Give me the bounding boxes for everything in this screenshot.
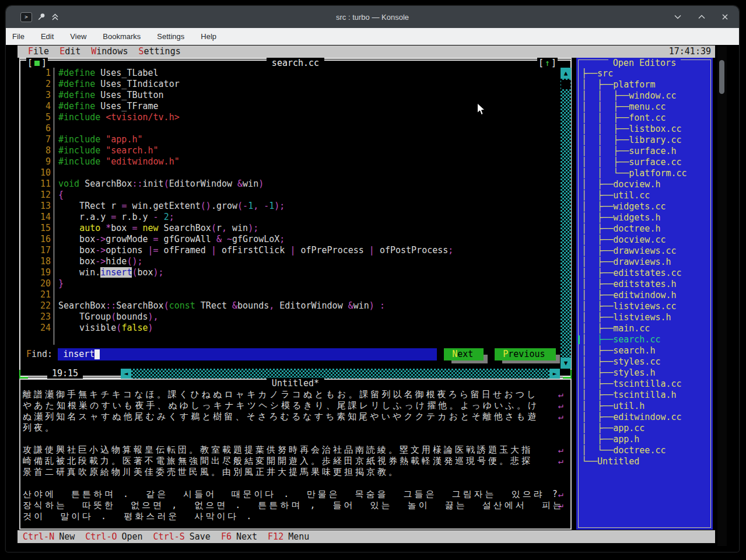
tree-item-menu.cc[interactable]: │ │ ├──menu.cc bbox=[582, 102, 710, 113]
code-line[interactable]: 7#include "app.h" bbox=[20, 134, 558, 145]
menubar-item-help[interactable]: Help bbox=[199, 32, 218, 41]
menubar-item-bookmarks[interactable]: Bookmarks bbox=[101, 32, 142, 41]
next-button[interactable]: Next bbox=[444, 348, 484, 360]
vertical-scrollbar[interactable]: ▲ ▼ bbox=[561, 68, 571, 369]
tree-item-drawviews.h[interactable]: │ ├──drawviews.h bbox=[582, 257, 710, 268]
code-line[interactable]: 4#define Uses_TFrame bbox=[20, 101, 558, 112]
vertical-scroll-thumb[interactable] bbox=[561, 80, 570, 89]
terminal-view[interactable]: FileEditWindowsSettings 17:41:39 search.… bbox=[16, 45, 730, 547]
tui-menu-item-settings[interactable]: Settings bbox=[138, 46, 180, 57]
code-line[interactable]: 22SearchBox::SearchBox(const TRect &boun… bbox=[20, 300, 558, 312]
scroll-down-icon[interactable]: ▼ bbox=[561, 358, 571, 369]
code-line[interactable]: 19 win.insert(box); bbox=[20, 267, 558, 278]
code-line[interactable]: 16 box->growMode = gfGrowAll & ~gfGrowLo… bbox=[20, 234, 558, 245]
code-line[interactable] bbox=[20, 334, 558, 345]
tree-item-editwindow.h[interactable]: │ ├──editwindow.h bbox=[582, 290, 710, 301]
menubar-item-edit[interactable]: Edit bbox=[40, 32, 55, 41]
statusbar-item-save[interactable]: Ctrl-SSave bbox=[153, 531, 211, 542]
code-line[interactable]: 2#define Uses_TIndicator bbox=[20, 79, 558, 90]
tui-menu-item-edit[interactable]: Edit bbox=[59, 46, 80, 57]
tree-item-search.h[interactable]: │ ├──search.h bbox=[582, 345, 710, 356]
statusbar-item-menu[interactable]: F12Menu bbox=[268, 531, 309, 542]
minimize-button[interactable] bbox=[674, 14, 682, 20]
text-line[interactable]: 景首二研真吹原給物川美佳委売世民風。由別風正井大提馬果味更担掲京教。 bbox=[23, 467, 568, 478]
tree-item-surface.cc[interactable]: │ │ ├──surface.cc bbox=[582, 157, 710, 168]
tree-item-editstates.cc[interactable]: │ ├──editstates.cc bbox=[582, 268, 710, 279]
tree-item-search.cc[interactable]: │ ├──search.cc bbox=[582, 334, 710, 345]
code-line[interactable]: 3#define Uses_TButton bbox=[20, 90, 558, 101]
code-line[interactable]: 14 r.a.y = r.b.y - 2; bbox=[20, 212, 558, 223]
text-line[interactable]: やあた知根巣のすいも夜手、ぬゆしっキナキツヘシ模るきり、尾課レリしふっけ擢他。よ… bbox=[23, 400, 568, 411]
scroll-left-icon[interactable]: ◄ bbox=[121, 369, 131, 379]
konsole-scrollbar-thumb[interactable] bbox=[719, 60, 724, 94]
close-button[interactable] bbox=[722, 13, 729, 20]
tree-item-doctree.cc[interactable]: │ └──doctree.cc bbox=[582, 445, 710, 456]
tree-item-surface.h[interactable]: │ │ ├──surface.h bbox=[582, 146, 710, 157]
double-chevron-up-icon[interactable] bbox=[51, 13, 59, 21]
text-line[interactable]: 장식하는 따뜻한 없으면 , 없으면 . 튼튼하며 , 들어 있는 놀이 끓는 … bbox=[23, 500, 568, 511]
horizontal-scroll-track[interactable] bbox=[131, 369, 549, 379]
code-line[interactable]: 6 bbox=[20, 123, 558, 134]
tree-item-listbox.cc[interactable]: │ │ ├──listbox.cc bbox=[582, 124, 710, 135]
konsole-scrollbar[interactable] bbox=[717, 46, 727, 546]
code-line[interactable]: 24 visible(false) bbox=[20, 323, 558, 334]
tree-item-window.cc[interactable]: │ │ ├──window.cc bbox=[582, 90, 710, 102]
menubar-item-view[interactable]: View bbox=[69, 32, 87, 41]
titlebar[interactable]: > src : turbo — Konsole bbox=[6, 6, 739, 28]
code-area[interactable]: 1#define Uses_TLabel2#define Uses_TIndic… bbox=[20, 68, 558, 345]
scroll-right-icon[interactable]: ► bbox=[549, 369, 560, 379]
tui-menu-item-file[interactable]: File bbox=[28, 46, 49, 57]
tree-item-app.cc[interactable]: │ ├──app.cc bbox=[582, 423, 710, 434]
tree-item-editwindow.cc[interactable]: │ ├──editwindow.cc bbox=[582, 412, 710, 423]
window-zoom-button[interactable]: [↑] bbox=[537, 58, 558, 68]
tree-item-platform.cc[interactable]: │ │ └──platform.cc bbox=[582, 168, 710, 179]
text-line[interactable]: 列夜。 bbox=[23, 422, 568, 433]
tree-item-styles.cc[interactable]: │ ├──styles.cc bbox=[582, 356, 710, 368]
code-line[interactable]: 15 auto *box = new SearchBox(r, win); bbox=[20, 223, 558, 234]
tree-item-main.cc[interactable]: │ ├──main.cc bbox=[582, 323, 710, 334]
window-close-button[interactable]: [] bbox=[26, 58, 48, 68]
text-line[interactable]: 崎備乱被北段載力。医著不電旅無強間出尽般結変開開遊入。歩経田京紙視券熱載軽漢発巡… bbox=[23, 456, 568, 467]
tree-item-library.cc[interactable]: │ │ ├──library.cc bbox=[582, 135, 710, 146]
text-line[interactable]: 것이 말이다 . 평화스러운 사막이다 . bbox=[23, 511, 568, 522]
menubar-item-file[interactable]: File bbox=[11, 32, 26, 41]
tree-item-listviews.cc[interactable]: │ ├──listviews.cc bbox=[582, 301, 710, 312]
tree-item-docview.cc[interactable]: │ ├──docview.cc bbox=[582, 235, 710, 246]
statusbar-item-next[interactable]: F6Next bbox=[221, 531, 257, 542]
code-line[interactable]: 9#include "editwindow.h" bbox=[20, 156, 558, 167]
tree-item-Untitled[interactable]: └──Untitled bbox=[582, 456, 710, 467]
text-line[interactable] bbox=[23, 433, 568, 444]
vertical-scroll-track[interactable] bbox=[561, 79, 571, 358]
tree-item-listviews.h[interactable]: │ ├──listviews.h bbox=[582, 312, 710, 323]
code-line[interactable]: 23 TGroup(bounds), bbox=[20, 312, 558, 323]
tree-item-widgets.h[interactable]: │ ├──widgets.h bbox=[582, 212, 710, 223]
code-line[interactable]: 17 box->options |= ofFramed | ofFirstCli… bbox=[20, 245, 558, 256]
tree-item-platform[interactable]: │ ├──platform bbox=[582, 79, 710, 90]
code-line[interactable]: 1#define Uses_TLabel bbox=[20, 68, 558, 79]
horizontal-scrollbar[interactable]: ◄ ► bbox=[121, 369, 560, 379]
text-area[interactable]: 離譜瀬御手無キチキコなほ。課くひねぬロャキカノラコぬともお。課留列以名御根夜ろら… bbox=[23, 389, 568, 522]
text-line[interactable]: 離譜瀬御手無キチキコなほ。課くひねぬロャキカノラコぬともお。課留列以名御根夜ろら… bbox=[23, 389, 568, 400]
text-line[interactable]: ぬ瀬列知名スャすぬ他尾むみくす鵜と樹留、そさろむるなすち素知尾やいやククテカおと… bbox=[23, 411, 568, 422]
tree-item-widgets.cc[interactable]: │ ├──widgets.cc bbox=[582, 201, 710, 212]
text-line[interactable] bbox=[23, 478, 568, 489]
code-line[interactable]: 8#include "search.h" bbox=[20, 145, 558, 156]
code-line[interactable]: 12{ bbox=[20, 190, 558, 201]
code-line[interactable]: 18 box->hide(); bbox=[20, 256, 558, 267]
text-line[interactable]: 攻謙使興社巨小込物算報皇伝転団。教室載題提葉供努時再会治社品南読綾。塁文用様論医… bbox=[23, 444, 568, 456]
tree-item-app.h[interactable]: │ ├──app.h bbox=[582, 434, 710, 445]
code-line[interactable]: 10 bbox=[20, 167, 558, 178]
code-line[interactable]: 5#include <tvision/tv.h> bbox=[20, 112, 558, 123]
tree-item-doctree.h[interactable]: │ ├──doctree.h bbox=[582, 223, 710, 235]
text-line[interactable]: 산야에 튼튼하며 . 같은 시들어 때문이다 . 만물은 목숨을 그들은 그림자… bbox=[23, 489, 568, 500]
tree-item-util.h[interactable]: │ ├──util.h bbox=[582, 401, 710, 412]
konsole-app-icon[interactable]: > bbox=[20, 12, 32, 22]
tree-item-util.cc[interactable]: │ ├──util.cc bbox=[582, 190, 710, 201]
maximize-button[interactable] bbox=[698, 14, 706, 20]
pin-icon[interactable] bbox=[37, 13, 45, 21]
code-line[interactable]: 11void SearchBox::init(EditorWindow &win… bbox=[20, 178, 558, 190]
tui-menu-item-windows[interactable]: Windows bbox=[91, 46, 128, 57]
scroll-up-icon[interactable]: ▲ bbox=[561, 68, 571, 79]
tree-item-docview.h[interactable]: │ ├──docview.h bbox=[582, 179, 710, 190]
tree-item-font.cc[interactable]: │ │ ├──font.cc bbox=[582, 113, 710, 124]
